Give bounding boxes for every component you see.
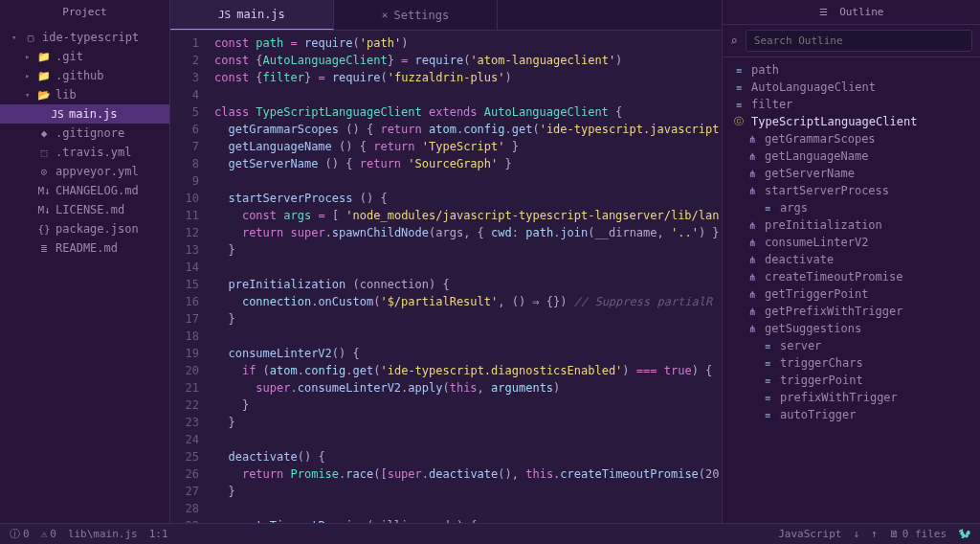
- outline-item[interactable]: ≡path: [723, 61, 980, 79]
- code-line[interactable]: }: [214, 397, 722, 414]
- error-icon: ⓘ: [10, 527, 20, 541]
- outline-item[interactable]: ≡triggerPoint: [723, 372, 980, 389]
- code-line[interactable]: if (atom.config.get('ide-typescript.diag…: [214, 362, 722, 379]
- editor-tab[interactable]: JSmain.js: [170, 0, 334, 30]
- outline-item[interactable]: ⋔getTriggerPoint: [723, 285, 980, 303]
- outline-item[interactable]: ⋔createTimeoutPromise: [723, 268, 980, 285]
- status-warning-count: 0: [50, 528, 56, 540]
- tree-item[interactable]: ▸📁.git: [0, 47, 169, 66]
- status-files[interactable]: 🗎 0 files: [889, 528, 947, 540]
- tab-label: main.js: [236, 8, 285, 21]
- line-gutter: 1234567891011121314151617181920212223242…: [170, 31, 209, 523]
- code-line[interactable]: return super.spawnChildNode(args, { cwd:…: [214, 224, 722, 241]
- outline-item[interactable]: ⋔getServerName: [723, 165, 980, 182]
- tree-item[interactable]: ⬚.travis.yml: [0, 143, 169, 162]
- symbol-var-icon: ≡: [761, 341, 774, 351]
- outline-item[interactable]: ⓒTypeScriptLanguageClient: [723, 113, 980, 130]
- outline-item[interactable]: ⋔getSuggestions: [723, 320, 980, 337]
- code-line[interactable]: }: [214, 241, 722, 259]
- outline-item[interactable]: ≡filter: [723, 96, 980, 113]
- code-line[interactable]: [214, 259, 722, 276]
- status-cursor-position[interactable]: 1:1: [149, 528, 168, 540]
- chevron-icon: ▸: [25, 71, 34, 80]
- code-line[interactable]: consumeLinterV2() {: [214, 345, 722, 362]
- symbol-meth-icon: ⋔: [746, 134, 759, 145]
- status-file-path[interactable]: lib\main.js: [68, 528, 138, 540]
- outline-item-label: startServerProcess: [765, 184, 889, 197]
- tree-item[interactable]: ◆.gitignore: [0, 124, 169, 143]
- outline-item[interactable]: ≡prefixWithTrigger: [723, 389, 980, 406]
- code-line[interactable]: const {filter} = require('fuzzaldrin-plu…: [214, 69, 722, 86]
- status-language[interactable]: JavaScript: [778, 528, 841, 540]
- tree-item[interactable]: ≣README.md: [0, 238, 169, 258]
- tree-item[interactable]: JSmain.js: [0, 104, 169, 124]
- code-line[interactable]: getGrammarScopes () { return atom.config…: [214, 121, 722, 138]
- code-line[interactable]: [214, 500, 722, 517]
- code-line[interactable]: const path = require('path'): [214, 34, 722, 52]
- outline-item[interactable]: ⋔consumeLinterV2: [723, 234, 980, 251]
- code-line[interactable]: }: [214, 414, 722, 431]
- editor-area: JSmain.js✕Settings 123456789101112131415…: [170, 0, 722, 523]
- status-errors[interactable]: ⓘ 0: [10, 527, 30, 541]
- outline-item-label: getServerName: [765, 167, 855, 180]
- arrow-up-icon[interactable]: ↑: [871, 528, 878, 540]
- code-line[interactable]: }: [214, 483, 722, 500]
- tree-item-label: .github: [56, 69, 104, 82]
- code-line[interactable]: return Promise.race([super.deactivate(),…: [214, 465, 722, 483]
- symbol-var-icon: ≡: [761, 375, 774, 386]
- file-icon: {}: [36, 223, 52, 236]
- tree-item[interactable]: {}package.json: [0, 219, 169, 238]
- code-line[interactable]: [214, 86, 722, 103]
- status-warnings[interactable]: ⚠ 0: [41, 528, 56, 540]
- outline-item-label: path: [751, 63, 779, 77]
- list-icon: ☰: [819, 7, 828, 17]
- outline-item[interactable]: ≡AutoLanguageClient: [723, 79, 980, 96]
- code-line[interactable]: [214, 172, 722, 190]
- squirrel-icon[interactable]: 🐿: [958, 527, 970, 541]
- symbol-meth-icon: ⋔: [746, 289, 759, 300]
- code-line[interactable]: getServerName () { return 'SourceGraph' …: [214, 155, 722, 172]
- outline-item-label: deactivate: [765, 253, 834, 266]
- outline-item[interactable]: ≡triggerChars: [723, 354, 980, 372]
- tree-item[interactable]: ⊙appveyor.yml: [0, 162, 169, 181]
- code-line[interactable]: getLanguageName () { return 'TypeScript'…: [214, 138, 722, 155]
- outline-item[interactable]: ⋔getLanguageName: [723, 147, 980, 165]
- code-line[interactable]: super.consumeLinterV2.apply(this, argume…: [214, 379, 722, 397]
- code-content[interactable]: const path = require('path')const {AutoL…: [209, 31, 722, 523]
- symbol-var-icon: ≡: [761, 358, 774, 369]
- outline-item[interactable]: ⋔startServerProcess: [723, 182, 980, 199]
- outline-item[interactable]: ⋔preInitialization: [723, 216, 980, 234]
- tree-item[interactable]: ▸📁.github: [0, 66, 169, 85]
- code-line[interactable]: [214, 431, 722, 448]
- editor-tab[interactable]: ✕Settings: [334, 0, 498, 30]
- code-line[interactable]: connection.onCustom('$/partialResult', (…: [214, 293, 722, 310]
- outline-item[interactable]: ⋔deactivate: [723, 251, 980, 268]
- file-icon: ⊙: [36, 166, 52, 178]
- tree-item[interactable]: ▾📂lib: [0, 85, 169, 104]
- outline-panel-title: ☰ Outline: [723, 0, 980, 25]
- code-line[interactable]: const {AutoLanguageClient} = require('at…: [214, 52, 722, 69]
- outline-item[interactable]: ⋔getPrefixWithTrigger: [723, 303, 980, 320]
- editor-body[interactable]: 1234567891011121314151617181920212223242…: [170, 31, 722, 523]
- outline-item[interactable]: ≡autoTrigger: [723, 406, 980, 423]
- outline-search-input[interactable]: [746, 30, 972, 52]
- outline-item[interactable]: ≡server: [723, 337, 980, 354]
- outline-item[interactable]: ≡args: [723, 199, 980, 216]
- arrow-down-icon[interactable]: ↓: [853, 528, 859, 540]
- code-line[interactable]: [214, 328, 722, 345]
- code-line[interactable]: preInitialization (connection) {: [214, 276, 722, 293]
- code-line[interactable]: }: [214, 310, 722, 328]
- tree-root[interactable]: ▾ ▢ ide-typescript: [0, 28, 169, 47]
- outline-item-label: consumeLinterV2: [765, 236, 868, 249]
- outline-item-label: TypeScriptLanguageClient: [751, 115, 917, 128]
- file-icon: 🗎: [889, 528, 900, 540]
- outline-item[interactable]: ⋔getGrammarScopes: [723, 130, 980, 147]
- code-line[interactable]: const args = [ 'node_modules/javascript-…: [214, 207, 722, 224]
- tree-item[interactable]: M↓CHANGELOG.md: [0, 181, 169, 200]
- tree-item[interactable]: M↓LICENSE.md: [0, 200, 169, 219]
- code-line[interactable]: startServerProcess () {: [214, 190, 722, 207]
- tree-item-label: main.js: [69, 107, 118, 121]
- code-line[interactable]: class TypeScriptLanguageClient extends A…: [214, 103, 722, 121]
- code-line[interactable]: deactivate() {: [214, 448, 722, 465]
- symbol-var-icon: ≡: [732, 82, 746, 93]
